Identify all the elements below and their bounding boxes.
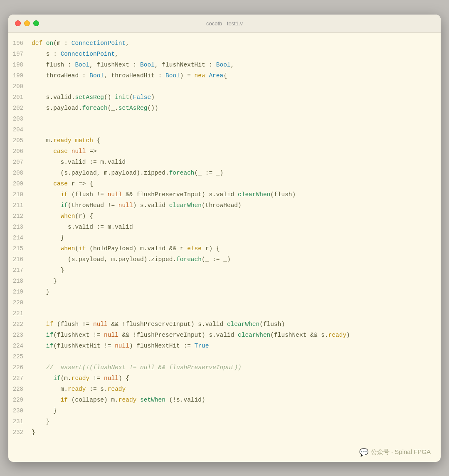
token: (_. (108, 105, 118, 111)
line-number: 212 (8, 211, 30, 222)
line-number: 229 (8, 395, 30, 405)
token: { (97, 137, 101, 144)
token: (flush != (72, 191, 108, 198)
code-content: when(if (holdPayload) m.valid && r else … (30, 243, 220, 254)
line-number: 205 (8, 135, 30, 146)
code-content: } (30, 405, 57, 416)
code-content: m.ready := s.ready (30, 384, 126, 395)
token: null (108, 191, 126, 198)
line-number: 202 (8, 103, 30, 113)
token (32, 321, 46, 328)
token: := s. (89, 386, 108, 392)
token: , flushNext : (89, 62, 140, 68)
token: } (32, 289, 50, 295)
token: (flushNextHit != (53, 343, 115, 349)
line-number: 230 (8, 405, 30, 416)
token: Bool (140, 62, 155, 68)
line-number: 217 (8, 265, 30, 276)
code-content: // assert(!(flushNext != null && flushPr… (30, 362, 242, 373)
token: (flushNext != (53, 332, 104, 338)
token: ( (75, 245, 79, 252)
table-row: 200 (8, 81, 441, 92)
line-number: 204 (8, 124, 30, 135)
token: Bool (75, 62, 89, 68)
token: && !flushPreserveInput) s.valid (111, 321, 227, 328)
table-row: 219 } (8, 286, 441, 297)
code-content (30, 81, 35, 92)
line-number: 197 (8, 49, 30, 59)
watermark-text: 公众号 · Spinal FPGA (371, 448, 431, 456)
table-row: 212 when(r) { (8, 211, 441, 222)
table-row: 228 m.ready := s.ready (8, 384, 441, 395)
code-content: m.ready match { (30, 135, 100, 146)
close-button[interactable] (15, 20, 21, 26)
maximize-button[interactable] (33, 20, 39, 26)
token: r) { (205, 245, 220, 252)
token: new (195, 72, 209, 79)
table-row: 216 (s.payload, m.payload).zipped.foreac… (8, 254, 441, 265)
table-row: 196def on(m : ConnectionPoint, (8, 38, 441, 49)
table-row: 207 s.valid := m.valid (8, 157, 441, 168)
token (32, 343, 46, 349)
token: clearWhen (238, 191, 270, 198)
line-number: 199 (8, 70, 30, 81)
watermark: 💬 公众号 · Spinal FPGA (8, 444, 441, 462)
line-number: 226 (8, 362, 30, 373)
token: case (53, 180, 72, 187)
code-content: (s.payload, m.payload).zipped.foreach(_ … (30, 254, 231, 265)
token: setWhen (140, 397, 169, 403)
line-number: 227 (8, 373, 30, 384)
token (32, 191, 61, 198)
token: ready (72, 375, 93, 382)
code-content: if(flushNextHit != null) flushNextHit :=… (30, 340, 209, 351)
code-content: case null => (30, 146, 97, 157)
table-row: 201 s.valid.setAsReg() init(False) (8, 92, 441, 103)
code-content: s.valid := m.valid (30, 157, 126, 168)
token: (throwHead) (202, 202, 242, 209)
table-row: 204 (8, 124, 441, 135)
code-content: flush : Bool, flushNext : Bool, flushNex… (30, 59, 234, 70)
token: } (32, 267, 64, 274)
token: s : (32, 51, 61, 57)
token: init (115, 94, 129, 101)
token: ( (129, 94, 133, 101)
token: (_ := _) (195, 170, 224, 176)
token: ready (118, 397, 140, 403)
line-number: 224 (8, 340, 30, 351)
token (32, 202, 61, 209)
line-number: 207 (8, 157, 30, 168)
line-number: 225 (8, 351, 30, 362)
table-row: 223 if(flushNext != null && !flushPreser… (8, 330, 441, 340)
line-number: 209 (8, 178, 30, 189)
token: s.valid := m.valid (32, 224, 133, 230)
line-number: 219 (8, 286, 30, 297)
token: { (223, 72, 227, 79)
token: if (79, 245, 89, 252)
code-content: } (30, 416, 50, 427)
token: ready (68, 386, 89, 392)
token: ready match (53, 137, 96, 144)
token: if (61, 397, 72, 403)
line-number: 222 (8, 319, 30, 330)
table-row: 199 throwHead : Bool, throwHeadHit : Boo… (8, 70, 441, 81)
token: && flushPreserveInput) s.valid (126, 191, 238, 198)
line-number: 203 (8, 113, 30, 124)
token: throwHead : (32, 72, 89, 79)
table-row: 232} (8, 427, 441, 438)
line-number: 228 (8, 384, 30, 395)
table-row: 205 m.ready match { (8, 135, 441, 146)
token (32, 245, 61, 252)
table-row: 230 } (8, 405, 441, 416)
code-content (30, 113, 35, 124)
token: ) (346, 332, 350, 338)
code-content (30, 308, 35, 319)
token: => (89, 148, 96, 155)
token: && !flushPreserveInput) s.valid (122, 332, 238, 338)
line-number: 214 (8, 232, 30, 243)
minimize-button[interactable] (24, 20, 30, 26)
token: clearWhen (238, 332, 270, 338)
token: (m. (61, 375, 72, 382)
line-number: 220 (8, 297, 30, 308)
table-row: 203 (8, 113, 441, 124)
code-content: s.payload.foreach(_.setAsReg()) (30, 103, 158, 113)
